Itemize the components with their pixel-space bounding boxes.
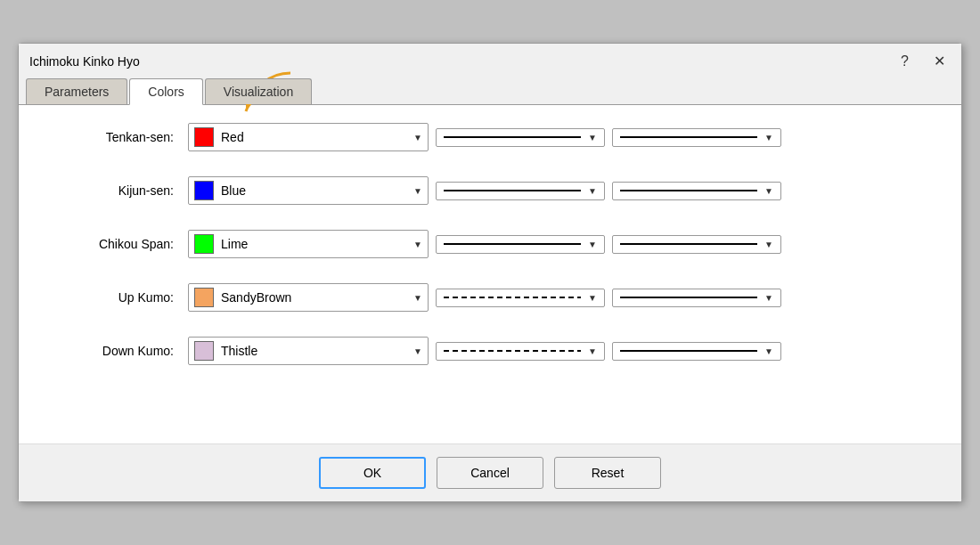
- chevron-down-icon: ▼: [764, 346, 773, 356]
- dialog-footer: OK Cancel Reset: [19, 443, 961, 501]
- dialog: Ichimoku Kinko Hyo ? ✕ Parameters Colors…: [18, 43, 962, 502]
- chevron-down-icon: ▼: [413, 346, 422, 356]
- chevron-down-icon: ▼: [764, 293, 773, 303]
- line-style-2-kijun-sen[interactable]: ▼: [612, 182, 781, 200]
- line-style-2-tenkan-sen[interactable]: ▼: [612, 128, 781, 147]
- chevron-down-icon: ▼: [764, 240, 773, 249]
- chevron-down-icon: ▼: [588, 186, 597, 196]
- chevron-down-icon: ▼: [588, 293, 597, 303]
- title-bar: Ichimoku Kinko Hyo ? ✕: [19, 44, 961, 71]
- chevron-down-icon: ▼: [588, 240, 597, 249]
- line-style-1-tenkan-sen[interactable]: ▼: [436, 128, 605, 147]
- color-swatch-kijun-sen: [194, 181, 214, 200]
- line-preview: [444, 190, 581, 191]
- line-preview: [620, 190, 757, 191]
- line-preview-dashed: [444, 297, 581, 298]
- reset-button[interactable]: Reset: [554, 457, 661, 489]
- line-preview: [620, 136, 757, 138]
- line-preview: [444, 136, 581, 138]
- chevron-down-icon: ▼: [413, 240, 422, 249]
- color-dropdown-kijun-sen[interactable]: Blue ▼: [188, 176, 429, 205]
- line-style-2-down-kumo[interactable]: ▼: [612, 342, 781, 361]
- tab-visualization[interactable]: Visualization: [205, 78, 312, 104]
- line-style-2-chikou-span[interactable]: ▼: [612, 235, 781, 254]
- content-area: Tenkan-sen: Red ▼ ▼ ▼ Kijun-sen: Blue ▼: [19, 105, 961, 443]
- cancel-button[interactable]: Cancel: [437, 457, 543, 489]
- label-down-kumo: Down Kumo:: [45, 344, 188, 358]
- title-buttons: ? ✕: [895, 51, 951, 71]
- color-name-up-kumo: SandyBrown: [221, 290, 410, 305]
- color-swatch-down-kumo: [194, 341, 214, 361]
- chevron-down-icon: ▼: [413, 293, 422, 303]
- tabs-bar: Parameters Colors Visualization: [19, 78, 961, 105]
- label-tenkan-sen: Tenkan-sen:: [45, 130, 188, 144]
- ok-button[interactable]: OK: [319, 457, 426, 489]
- color-dropdown-up-kumo[interactable]: SandyBrown ▼: [188, 283, 429, 312]
- color-swatch-chikou-span: [194, 234, 214, 254]
- close-button[interactable]: ✕: [928, 51, 951, 71]
- color-dropdown-tenkan-sen[interactable]: Red ▼: [188, 123, 429, 151]
- line-preview: [620, 243, 757, 245]
- color-swatch-tenkan-sen: [194, 127, 214, 147]
- chevron-down-icon: ▼: [588, 346, 597, 356]
- tab-parameters[interactable]: Parameters: [26, 78, 127, 104]
- line-preview: [444, 243, 581, 245]
- color-name-tenkan-sen: Red: [221, 130, 410, 144]
- color-name-down-kumo: Thistle: [221, 344, 410, 358]
- line-preview: [620, 297, 757, 298]
- chevron-down-icon: ▼: [588, 133, 597, 142]
- line-style-1-chikou-span[interactable]: ▼: [436, 235, 605, 254]
- color-dropdown-down-kumo[interactable]: Thistle ▼: [188, 337, 429, 365]
- line-style-1-down-kumo[interactable]: ▼: [436, 342, 605, 361]
- row-tenkan-sen: Tenkan-sen: Red ▼ ▼ ▼: [45, 123, 935, 151]
- row-up-kumo: Up Kumo: SandyBrown ▼ ▼ ▼: [45, 283, 935, 312]
- color-name-chikou-span: Lime: [221, 237, 410, 251]
- chevron-down-icon: ▼: [413, 133, 422, 142]
- color-dropdown-chikou-span[interactable]: Lime ▼: [188, 230, 429, 258]
- label-chikou-span: Chikou Span:: [45, 237, 188, 251]
- help-button[interactable]: ?: [895, 52, 914, 71]
- line-preview: [620, 350, 757, 352]
- line-style-2-up-kumo[interactable]: ▼: [612, 289, 781, 307]
- row-down-kumo: Down Kumo: Thistle ▼ ▼ ▼: [45, 337, 935, 365]
- label-up-kumo: Up Kumo:: [45, 290, 188, 305]
- row-kijun-sen: Kijun-sen: Blue ▼ ▼ ▼: [45, 176, 935, 205]
- chevron-down-icon: ▼: [764, 133, 773, 142]
- chevron-down-icon: ▼: [764, 186, 773, 196]
- chevron-down-icon: ▼: [413, 186, 422, 196]
- label-kijun-sen: Kijun-sen:: [45, 183, 188, 198]
- row-chikou-span: Chikou Span: Lime ▼ ▼ ▼: [45, 230, 935, 258]
- tab-colors[interactable]: Colors: [129, 78, 202, 105]
- dialog-title: Ichimoku Kinko Hyo: [29, 54, 140, 69]
- color-name-kijun-sen: Blue: [221, 183, 410, 198]
- line-style-1-up-kumo[interactable]: ▼: [436, 289, 605, 307]
- line-style-1-kijun-sen[interactable]: ▼: [436, 182, 605, 200]
- color-swatch-up-kumo: [194, 288, 214, 307]
- line-preview-dashed: [444, 350, 581, 352]
